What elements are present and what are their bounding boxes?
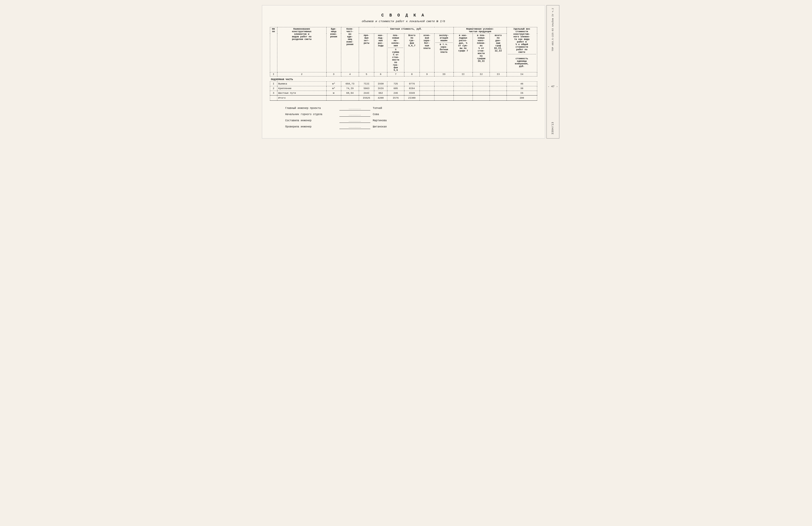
table-row: IВыемкам³658,737I2II930725977646 [270,82,537,86]
sidebar-top-text: ТПР 403.5-225-83 Альбом IV ч.2 [552,8,554,51]
header-smet-cost: Сметная стоимость, руб. [359,27,453,34]
cell-r1-c7: 8I84 [404,86,420,91]
header-nakladnye: нак-лад-ныерас-ходы [374,34,387,72]
colnum-10: IO [434,72,454,76]
right-sidebar: ТПР 403.5-225-83 Альбом IV ч.2 - 47 - 33… [547,5,560,138]
cell-r1-c11 [473,86,490,91]
cell-r1-c13: 38 [507,86,537,91]
page-subtitle: объемов и стоимости работ к локальной см… [270,20,537,23]
sig-role-1: Начальник горного отдела [285,113,337,116]
cell-r0-c3: 658,73 [341,82,359,86]
header-v-nakladnykh: в нак-ладныхрасхо-дах, %от сум-мы пограф… [453,34,473,72]
signature-line-2: Составила инженер~~~~~~~~~~Мартинова [285,118,537,123]
header-osnovnaya: осно-ваязара-бот-наяплата [420,34,434,72]
table-row: 3Шахтные путим60,94244I6622463349I6 [270,91,537,96]
header-col-num: №№пп [270,27,277,72]
sidebar-bottom-num: 3394/13 [551,122,554,134]
cell-r2-c6: 246 [387,91,404,96]
cell-r1-c8 [420,86,434,91]
total-cell-2 [326,96,341,101]
signature-line-0: Главный инженер проекта~~~~~~~~~~Топчий [285,106,537,111]
cell-r1-c6: 605 [387,86,404,91]
cell-r0-c9 [434,82,454,86]
total-cell-1: Итого [277,96,326,101]
cell-r2-c3: 60,94 [341,91,359,96]
cell-r0-c5: I930 [374,82,387,86]
cell-r2-c11 [473,91,490,96]
main-table: №№пп Наименованиеконструктивныхэлементов… [270,27,537,101]
cell-r0-c2: м³ [326,82,341,86]
colnum-7: 7 [387,72,404,76]
cell-r0-c8 [420,82,434,86]
signature-line-3: Проверила инженер~~~~~~~~~~Шиганокая [285,125,537,129]
cell-r2-c10 [453,91,473,96]
cell-r1-c3: 74,I9 [341,86,359,91]
total-cell-8 [420,96,434,101]
header-pryamye: пря-мыезат-раты [359,34,374,72]
table-col-numbers: I 2 3 4 5 6 7 8 9 IO II I2 I3 I4 [270,72,537,76]
total-cell-3 [341,96,359,101]
section-header-row: ПОДЗЕМНАЯ ЧАСТЬ [270,76,537,82]
cell-r2-c8 [420,91,434,96]
cell-r1-c12 [490,86,507,91]
colnum-13: I3 [490,72,507,76]
total-cell-12 [490,96,507,101]
page-title: С В О Д К А [270,13,537,18]
colnum-12: I2 [473,72,490,76]
cell-r0-c11 [473,82,490,86]
sig-role-0: Главный инженер проекта [285,107,337,110]
sig-line-2: ~~~~~~~~~~ [339,118,370,123]
cell-r0-c4: 7I2I [359,82,374,86]
cell-r1-c10 [453,86,473,91]
colnum-2: 2 [277,72,326,76]
sig-name-3: Шиганокая [373,126,393,128]
cell-r0-c6: 725 [387,82,404,86]
colnum-11: II [453,72,473,76]
section-title: ПОДЗЕМНАЯ ЧАСТЬ [270,76,537,82]
total-cell-7: 2I309 [404,96,420,101]
header-v-planovykh: в пла-новыхнако-плени-ях% отстои-мостипо… [473,34,490,72]
cell-r0-c12 [490,82,507,86]
header-col-qty: Коли-чест-воеди-ницизме-рения [341,27,359,72]
sig-line-1: ~~~~~~~~~~ [339,112,370,117]
cell-r2-c9 [434,91,454,96]
cell-r2-c13: I6 [507,91,537,96]
sig-role-3: Проверила инженер [285,126,337,128]
sig-role-2: Составила инженер [285,119,337,122]
header-planovye: пла-новыена-копле-ния%сумма% отстои-мост… [387,34,404,72]
header-udel: Удельный весстоимостиконструктив-ного эл… [507,27,537,72]
cell-r2-c7: 3349 [404,91,420,96]
total-cell-5: 4208 [374,96,387,101]
sig-line-3: ~~~~~~~~~~ [339,125,370,129]
cell-r1-c0: 2 [270,86,277,91]
signatures-section: Главный инженер проекта~~~~~~~~~~ТопчийН… [270,106,537,129]
total-cell-4: I5525 [359,96,374,101]
cell-r2-c4: 244I [359,91,374,96]
sidebar-middle-num: - 47 - [548,85,558,88]
sig-line-0: ~~~~~~~~~~ [339,106,370,111]
total-cell-6: I576 [387,96,404,101]
total-cell-9 [434,96,454,101]
total-row: ИтогоI55254208I5762I309I00 [270,96,537,101]
colnum-8: 8 [404,72,420,76]
sig-name-2: Мартинова [373,119,393,122]
cell-r1-c5: I6I6 [374,86,387,91]
cell-r2-c2: м [326,91,341,96]
header-col-name: Наименованиеконструктивныхэлементов ивид… [277,27,326,72]
cell-r2-c0: 3 [270,91,277,96]
colnum-1: I [270,72,277,76]
colnum-3: 3 [326,72,341,76]
total-cell-0 [270,96,277,101]
cell-r2-c12 [490,91,507,96]
colnum-6: 6 [374,72,387,76]
table-header-row: №№пп Наименованиеконструктивныхэлементов… [270,27,537,34]
sig-name-1: Сова [373,113,393,116]
cell-r1-c1: Крепление [277,86,326,91]
colnum-4: 4 [341,72,359,76]
cell-r1-c2: м³ [326,86,341,91]
header-vsego: Всегопогра-фам5,6,7 [404,34,420,72]
total-cell-11 [473,96,490,101]
colnum-14: I4 [507,72,537,76]
header-norm-prod: Нормативная условно-чистая продукция [453,27,507,34]
cell-r0-c13: 46 [507,82,537,86]
